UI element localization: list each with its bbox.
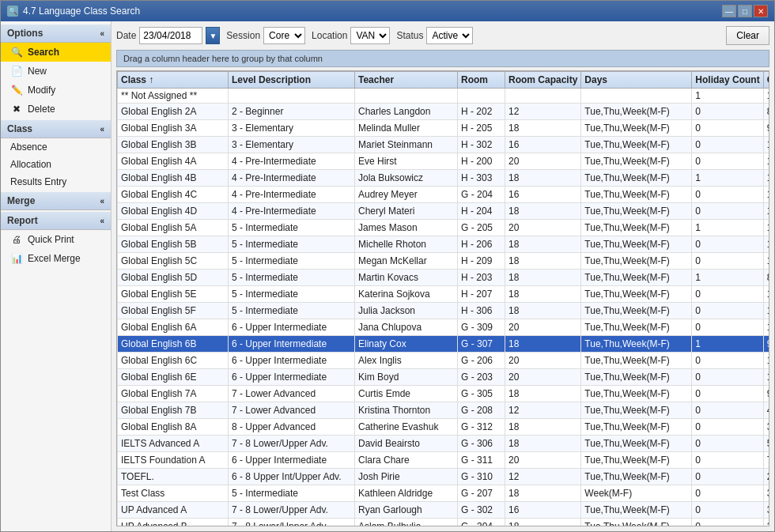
table-cell: 3: [763, 485, 769, 502]
table-cell: Tue,Thu,Week(M-F): [581, 386, 692, 402]
table-cell: 0: [692, 485, 763, 502]
table-container[interactable]: Class ↑ Level Description Teacher Room R…: [116, 70, 769, 526]
table-row[interactable]: Global English 5D5 - IntermediateMartin …: [118, 270, 770, 286]
table-cell: G - 206: [458, 353, 505, 369]
col-count[interactable]: Count: [763, 72, 769, 89]
table-row[interactable]: Global English 4C4 - Pre-IntermediateAud…: [118, 187, 770, 203]
table-row[interactable]: UP Advanced A7 - 8 Lower/Upper Adv.Ryan …: [118, 502, 770, 519]
table-cell: G - 204: [458, 187, 505, 203]
table-cell: Elinaty Cox: [355, 336, 458, 353]
table-row[interactable]: Global English 4D4 - Pre-IntermediateChe…: [118, 203, 770, 220]
col-level[interactable]: Level Description: [229, 72, 355, 89]
table-row[interactable]: Global English 8A8 - Upper AdvancedCathe…: [118, 419, 770, 436]
col-room[interactable]: Room: [458, 72, 505, 89]
table-row[interactable]: Global English 7B7 - Lower AdvancedKrist…: [118, 402, 770, 419]
sidebar-item-new[interactable]: 📄 New: [1, 62, 111, 81]
col-capacity[interactable]: Room Capacity: [505, 72, 581, 89]
table-row[interactable]: Global English 6A6 - Upper IntermediateJ…: [118, 319, 770, 336]
table-cell: 12: [505, 469, 581, 485]
table-cell: 18: [505, 270, 581, 286]
table-cell: 3 - Elementary: [229, 120, 355, 137]
col-class[interactable]: Class ↑: [118, 72, 229, 89]
table-cell: 0: [692, 419, 763, 436]
table-cell: TOEFL.: [118, 469, 229, 485]
table-row[interactable]: TOEFL.6 - 8 Upper Int/Upper Adv.Josh Pir…: [118, 469, 770, 485]
options-chevron-icon: «: [100, 29, 104, 38]
table-cell: H - 207: [458, 286, 505, 303]
table-cell: Tue,Thu,Week(M-F): [581, 253, 692, 270]
sidebar-item-excel-merge[interactable]: 📊 Excel Merge: [1, 249, 111, 268]
table-row[interactable]: Global English 3A3 - ElementaryMelinda M…: [118, 120, 770, 137]
table-cell: 12: [505, 402, 581, 419]
date-input[interactable]: [139, 27, 202, 44]
clear-button[interactable]: Clear: [726, 26, 769, 45]
col-days[interactable]: Days: [581, 72, 692, 89]
table-cell: 0: [692, 120, 763, 137]
merge-label: Merge: [7, 195, 35, 206]
sidebar-item-modify[interactable]: ✏️ Modify: [1, 81, 111, 100]
maximize-button[interactable]: □: [738, 5, 752, 17]
table-row[interactable]: Global English 5B5 - IntermediateMichell…: [118, 236, 770, 253]
table-cell: 0: [692, 469, 763, 485]
table-row[interactable]: Test Class5 - IntermediateKathleen Aldri…: [118, 485, 770, 502]
table-cell: 3: [763, 419, 769, 436]
minimize-button[interactable]: —: [722, 5, 736, 17]
table-row[interactable]: Global English 7A7 - Lower AdvancedCurti…: [118, 386, 770, 402]
sidebar-item-delete[interactable]: ✖ Delete: [1, 100, 111, 119]
sidebar-item-allocation[interactable]: Allocation: [1, 156, 111, 173]
table-row[interactable]: Global English 2A2 - BeginnerCharles Lan…: [118, 104, 770, 120]
table-row[interactable]: Global English 6B6 - Upper IntermediateE…: [118, 336, 770, 353]
location-label: Location: [312, 30, 347, 41]
date-group: Date ▼: [116, 27, 220, 44]
table-cell: G - 310: [458, 469, 505, 485]
table-cell: H - 209: [458, 253, 505, 270]
table-cell: Global English 7A: [118, 386, 229, 402]
table-cell: Mariet Steinmann: [355, 137, 458, 153]
table-row[interactable]: IELTS Advanced A7 - 8 Lower/Upper Adv.Da…: [118, 436, 770, 452]
table-row[interactable]: Global English 6E6 - Upper IntermediateK…: [118, 369, 770, 386]
table-row[interactable]: IELTS Foundation A6 - Upper Intermediate…: [118, 452, 770, 469]
table-row[interactable]: Global English 5A5 - IntermediateJames M…: [118, 220, 770, 236]
table-cell: Tue,Thu,Week(M-F): [581, 452, 692, 469]
location-select[interactable]: VAN: [350, 27, 390, 44]
table-row[interactable]: Global English 5C5 - IntermediateMegan M…: [118, 253, 770, 270]
table-row[interactable]: Global English 3B3 - ElementaryMariet St…: [118, 137, 770, 153]
table-cell: 7 - 8 Lower/Upper Adv.: [229, 502, 355, 519]
session-select[interactable]: Core: [263, 27, 305, 44]
table-cell: Global English 6A: [118, 319, 229, 336]
table-cell: 0: [692, 203, 763, 220]
table-cell: Global English 4A: [118, 153, 229, 170]
search-icon: 🔍: [10, 46, 23, 58]
sidebar-item-absence[interactable]: Absence: [1, 138, 111, 156]
table-cell: 0: [692, 369, 763, 386]
table-row[interactable]: Global English 5F5 - IntermediateJulia J…: [118, 303, 770, 319]
sidebar-item-search[interactable]: 🔍 Search: [1, 43, 111, 62]
close-button[interactable]: ✕: [754, 5, 768, 17]
table-row[interactable]: Global English 5E5 - IntermediateKaterin…: [118, 286, 770, 303]
table-cell: [581, 89, 692, 104]
table-row[interactable]: Global English 4B4 - Pre-IntermediateJol…: [118, 170, 770, 187]
table-row[interactable]: UP Advanced B7 - 8 Lower/Upper Adv.Aslam…: [118, 519, 770, 527]
table-row[interactable]: ** Not Assigned **1106: [118, 89, 770, 104]
table-cell: G - 205: [458, 220, 505, 236]
sidebar-item-quick-print[interactable]: 🖨 Quick Print: [1, 230, 111, 249]
table-cell: Katerina Sojkova: [355, 286, 458, 303]
sidebar-item-results-entry[interactable]: Results Entry: [1, 173, 111, 191]
class-label: Class: [7, 123, 32, 134]
absence-label: Absence: [10, 141, 47, 153]
table-cell: [355, 89, 458, 104]
col-holiday[interactable]: Holiday Count: [692, 72, 763, 89]
table-cell: 7 - 8 Lower/Upper Adv.: [229, 436, 355, 452]
col-teacher[interactable]: Teacher: [355, 72, 458, 89]
table-cell: Tue,Thu,Week(M-F): [581, 319, 692, 336]
table-header-row: Class ↑ Level Description Teacher Room R…: [118, 72, 770, 89]
table-cell: Tue,Thu,Week(M-F): [581, 336, 692, 353]
table-row[interactable]: Global English 6C6 - Upper IntermediateA…: [118, 353, 770, 369]
table-row[interactable]: Global English 4A4 - Pre-IntermediateEve…: [118, 153, 770, 170]
table-cell: 11: [763, 303, 769, 319]
table-cell: Tue,Thu,Week(M-F): [581, 436, 692, 452]
table-cell: 0: [692, 153, 763, 170]
table-cell: 20: [505, 220, 581, 236]
status-select[interactable]: Active: [426, 27, 473, 44]
date-dropdown-button[interactable]: ▼: [206, 27, 220, 44]
